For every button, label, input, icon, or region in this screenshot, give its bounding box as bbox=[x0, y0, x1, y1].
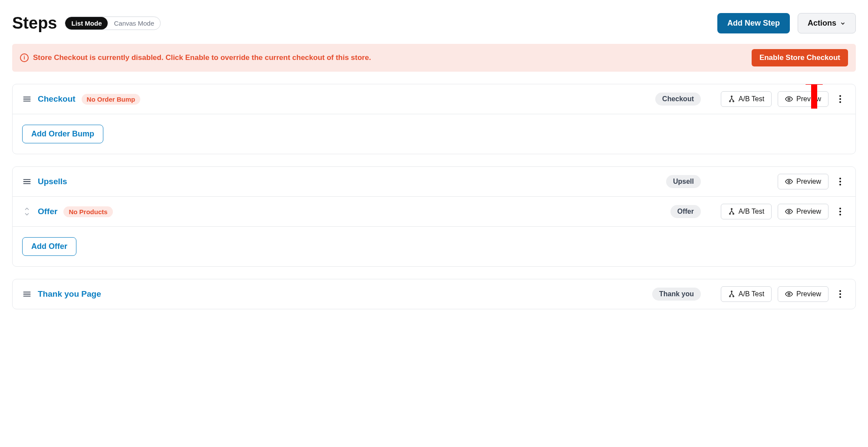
preview-button[interactable]: Preview bbox=[778, 91, 828, 107]
eye-icon bbox=[785, 178, 793, 185]
type-badge-upsell: Upsell bbox=[666, 175, 701, 188]
alert-message-container: i Store Checkout is currently disabled. … bbox=[20, 53, 746, 62]
step-row-checkout: Checkout No Order Bump Checkout A/B Test… bbox=[13, 84, 855, 114]
add-row: Add Order Bump bbox=[13, 114, 855, 154]
warn-badge-no-products: No Products bbox=[63, 206, 112, 217]
ab-test-button[interactable]: A/B Test bbox=[721, 286, 772, 302]
page-header: Steps List Mode Canvas Mode Add New Step… bbox=[12, 13, 856, 33]
add-new-step-button[interactable]: Add New Step bbox=[717, 13, 790, 33]
more-actions-button[interactable] bbox=[835, 175, 846, 188]
preview-label: Preview bbox=[796, 95, 821, 103]
store-checkout-disabled-alert: i Store Checkout is currently disabled. … bbox=[12, 44, 856, 72]
step-subrow-offer: Offer No Products Offer A/B Test Preview bbox=[13, 197, 855, 227]
ab-test-label: A/B Test bbox=[739, 208, 764, 215]
more-actions-button[interactable] bbox=[835, 205, 846, 218]
page-title: Steps bbox=[12, 14, 57, 33]
reorder-arrows[interactable] bbox=[22, 207, 32, 216]
preview-label: Preview bbox=[796, 178, 821, 185]
ab-test-label: A/B Test bbox=[739, 290, 764, 298]
row-actions: A/B Test Preview bbox=[707, 91, 846, 107]
row-actions: Preview bbox=[707, 174, 846, 189]
drag-handle-icon[interactable] bbox=[22, 177, 32, 186]
row-actions: A/B Test Preview bbox=[707, 204, 846, 219]
svg-point-6 bbox=[788, 98, 790, 100]
step-link-thank-you[interactable]: Thank you Page bbox=[38, 289, 101, 299]
add-order-bump-button[interactable]: Add Order Bump bbox=[22, 125, 103, 143]
eye-icon bbox=[785, 208, 793, 215]
eye-icon bbox=[785, 290, 793, 298]
drag-handle-icon[interactable] bbox=[22, 94, 32, 104]
type-badge-checkout: Checkout bbox=[655, 93, 701, 106]
ab-test-button[interactable]: A/B Test bbox=[721, 204, 772, 219]
svg-point-22 bbox=[788, 293, 790, 295]
info-icon: i bbox=[20, 53, 29, 62]
step-row-thank-you: Thank you Page Thank you A/B Test Previe… bbox=[13, 279, 855, 309]
svg-point-11 bbox=[788, 181, 790, 183]
svg-point-13 bbox=[733, 213, 734, 215]
preview-button[interactable]: Preview bbox=[778, 286, 828, 302]
step-row-upsells: Upsells Upsell Preview bbox=[13, 167, 855, 197]
view-mode-toggle: List Mode Canvas Mode bbox=[65, 17, 161, 30]
type-badge-offer: Offer bbox=[670, 205, 701, 218]
preview-label: Preview bbox=[796, 208, 821, 215]
preview-button[interactable]: Preview bbox=[778, 174, 828, 189]
row-actions: A/B Test Preview bbox=[707, 286, 846, 302]
add-offer-button[interactable]: Add Offer bbox=[22, 237, 76, 256]
add-row: Add Offer bbox=[13, 227, 855, 266]
list-mode-toggle[interactable]: List Mode bbox=[65, 17, 108, 30]
step-link-offer[interactable]: Offer bbox=[38, 207, 57, 216]
type-badge-thank-you: Thank you bbox=[652, 288, 701, 301]
step-card-checkout: Checkout No Order Bump Checkout A/B Test… bbox=[12, 84, 856, 154]
eye-icon bbox=[785, 95, 793, 103]
svg-point-15 bbox=[788, 211, 790, 213]
actions-label: Actions bbox=[808, 19, 836, 28]
svg-point-3 bbox=[729, 101, 730, 102]
actions-dropdown-button[interactable]: Actions bbox=[798, 13, 856, 33]
more-actions-button[interactable] bbox=[835, 93, 846, 106]
add-new-step-label: Add New Step bbox=[727, 19, 780, 28]
more-actions-button[interactable] bbox=[835, 288, 846, 301]
step-link-upsells[interactable]: Upsells bbox=[38, 177, 67, 186]
enable-store-checkout-button[interactable]: Enable Store Checkout bbox=[752, 49, 848, 66]
svg-point-20 bbox=[733, 296, 734, 297]
ab-test-button[interactable]: A/B Test bbox=[721, 91, 772, 107]
ab-test-icon bbox=[728, 96, 735, 103]
ab-test-label: A/B Test bbox=[739, 95, 764, 103]
chevron-down-icon bbox=[840, 20, 846, 26]
svg-point-19 bbox=[729, 296, 730, 297]
ab-test-icon bbox=[728, 208, 735, 215]
alert-message-text: Store Checkout is currently disabled. Cl… bbox=[33, 53, 371, 62]
svg-point-4 bbox=[733, 101, 734, 102]
step-card-upsells: Upsells Upsell Preview Offer No Products… bbox=[12, 166, 856, 267]
step-card-thank-you: Thank you Page Thank you A/B Test Previe… bbox=[12, 279, 856, 309]
preview-button[interactable]: Preview bbox=[778, 204, 828, 219]
preview-label: Preview bbox=[796, 290, 821, 298]
ab-test-icon bbox=[728, 291, 735, 298]
step-link-checkout[interactable]: Checkout bbox=[38, 94, 76, 104]
warn-badge-no-order-bump: No Order Bump bbox=[82, 94, 141, 105]
svg-point-12 bbox=[729, 213, 730, 215]
drag-handle-icon[interactable] bbox=[22, 289, 32, 299]
canvas-mode-toggle[interactable]: Canvas Mode bbox=[108, 17, 160, 30]
